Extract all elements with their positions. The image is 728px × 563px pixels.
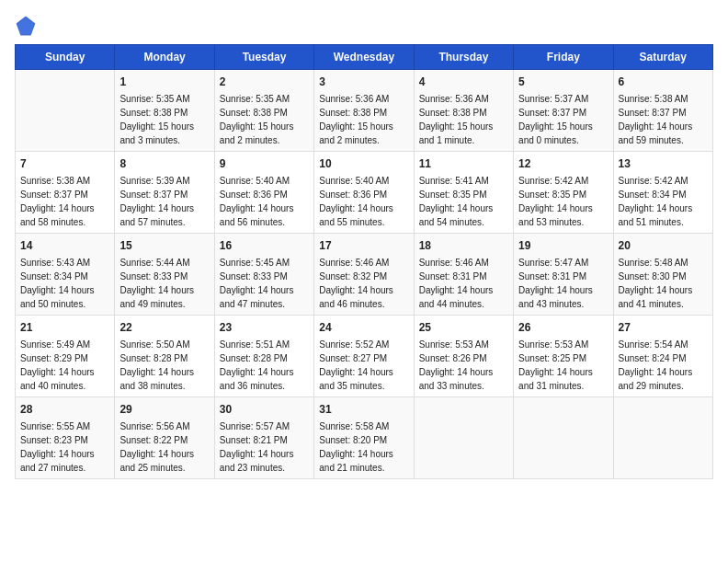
header-cell-friday: Friday [514, 45, 613, 70]
sunset-text: Sunset: 8:36 PM [220, 188, 309, 201]
day-cell: 15Sunrise: 5:44 AMSunset: 8:33 PMDayligh… [115, 234, 214, 316]
day-cell: 2Sunrise: 5:35 AMSunset: 8:38 PMDaylight… [214, 70, 313, 152]
day-number: 25 [419, 319, 508, 336]
daylight-text: Daylight: 14 hours and 59 minutes. [619, 120, 708, 147]
daylight-text: Daylight: 14 hours and 29 minutes. [619, 365, 708, 393]
day-number: 31 [319, 401, 408, 418]
sunset-text: Sunset: 8:37 PM [619, 106, 708, 120]
sunrise-text: Sunrise: 5:40 AM [220, 174, 309, 188]
day-number: 21 [20, 319, 109, 336]
daylight-text: Daylight: 14 hours and 54 minutes. [419, 201, 508, 229]
day-number: 14 [20, 237, 109, 254]
sunset-text: Sunset: 8:27 PM [319, 351, 408, 365]
day-number: 2 [220, 74, 309, 90]
daylight-text: Daylight: 14 hours and 43 minutes. [518, 283, 608, 311]
day-cell: 24Sunrise: 5:52 AMSunset: 8:27 PMDayligh… [314, 316, 414, 397]
day-cell: 4Sunrise: 5:36 AMSunset: 8:38 PMDaylight… [414, 70, 513, 152]
sunrise-text: Sunrise: 5:58 AM [319, 419, 408, 433]
sunset-text: Sunset: 8:25 PM [518, 351, 608, 365]
sunset-text: Sunset: 8:32 PM [319, 270, 408, 283]
sunrise-text: Sunrise: 5:42 AM [619, 174, 708, 188]
day-cell: 1Sunrise: 5:35 AMSunset: 8:38 PMDaylight… [115, 70, 214, 152]
daylight-text: Daylight: 14 hours and 46 minutes. [319, 283, 408, 311]
daylight-text: Daylight: 15 hours and 2 minutes. [319, 120, 408, 147]
daylight-text: Daylight: 15 hours and 2 minutes. [220, 120, 309, 147]
day-cell: 19Sunrise: 5:47 AMSunset: 8:31 PMDayligh… [514, 234, 613, 316]
daylight-text: Daylight: 14 hours and 51 minutes. [619, 201, 708, 229]
sunset-text: Sunset: 8:37 PM [119, 188, 209, 201]
header-cell-monday: Monday [115, 45, 214, 70]
daylight-text: Daylight: 14 hours and 49 minutes. [119, 283, 209, 311]
day-number: 27 [619, 319, 708, 336]
daylight-text: Daylight: 14 hours and 57 minutes. [119, 201, 209, 229]
day-number: 6 [619, 74, 708, 90]
calendar-body: 1Sunrise: 5:35 AMSunset: 8:38 PMDaylight… [16, 70, 713, 479]
day-cell: 28Sunrise: 5:55 AMSunset: 8:23 PMDayligh… [16, 397, 115, 479]
day-cell [16, 70, 115, 152]
sunset-text: Sunset: 8:38 PM [319, 106, 408, 120]
sunrise-text: Sunrise: 5:38 AM [619, 92, 708, 106]
sunset-text: Sunset: 8:35 PM [419, 188, 508, 201]
day-cell: 16Sunrise: 5:45 AMSunset: 8:33 PMDayligh… [214, 234, 313, 316]
sunrise-text: Sunrise: 5:44 AM [119, 256, 209, 270]
day-number: 16 [220, 237, 309, 254]
calendar-table: SundayMondayTuesdayWednesdayThursdayFrid… [15, 44, 713, 479]
daylight-text: Daylight: 14 hours and 21 minutes. [319, 447, 408, 475]
sunset-text: Sunset: 8:37 PM [20, 188, 109, 201]
sunrise-text: Sunrise: 5:40 AM [319, 174, 408, 188]
daylight-text: Daylight: 14 hours and 38 minutes. [119, 365, 209, 393]
sunset-text: Sunset: 8:30 PM [619, 270, 708, 283]
sunrise-text: Sunrise: 5:50 AM [119, 338, 209, 351]
daylight-text: Daylight: 14 hours and 23 minutes. [220, 447, 309, 475]
sunset-text: Sunset: 8:38 PM [220, 106, 309, 120]
sunrise-text: Sunrise: 5:51 AM [220, 338, 309, 351]
day-number: 23 [220, 319, 309, 336]
day-cell: 20Sunrise: 5:48 AMSunset: 8:30 PMDayligh… [613, 234, 712, 316]
day-number: 19 [518, 237, 608, 254]
sunset-text: Sunset: 8:28 PM [220, 351, 309, 365]
daylight-text: Daylight: 14 hours and 44 minutes. [419, 283, 508, 311]
daylight-text: Daylight: 14 hours and 41 minutes. [619, 283, 708, 311]
sunrise-text: Sunrise: 5:36 AM [319, 92, 408, 106]
day-cell: 9Sunrise: 5:40 AMSunset: 8:36 PMDaylight… [214, 152, 313, 234]
day-cell: 22Sunrise: 5:50 AMSunset: 8:28 PMDayligh… [115, 316, 214, 397]
daylight-text: Daylight: 14 hours and 47 minutes. [220, 283, 309, 311]
daylight-text: Daylight: 14 hours and 53 minutes. [518, 201, 608, 229]
sunset-text: Sunset: 8:29 PM [20, 351, 109, 365]
daylight-text: Daylight: 14 hours and 25 minutes. [119, 447, 209, 475]
daylight-text: Daylight: 14 hours and 40 minutes. [20, 365, 109, 393]
day-number: 9 [220, 155, 309, 172]
sunset-text: Sunset: 8:33 PM [119, 270, 209, 283]
daylight-text: Daylight: 14 hours and 27 minutes. [20, 447, 109, 475]
day-number: 12 [518, 155, 608, 172]
sunset-text: Sunset: 8:36 PM [319, 188, 408, 201]
daylight-text: Daylight: 14 hours and 31 minutes. [518, 365, 608, 393]
day-cell: 7Sunrise: 5:38 AMSunset: 8:37 PMDaylight… [16, 152, 115, 234]
day-number: 24 [319, 319, 408, 336]
day-cell: 18Sunrise: 5:46 AMSunset: 8:31 PMDayligh… [414, 234, 513, 316]
sunset-text: Sunset: 8:31 PM [518, 270, 608, 283]
day-number: 30 [220, 401, 309, 418]
day-cell: 21Sunrise: 5:49 AMSunset: 8:29 PMDayligh… [16, 316, 115, 397]
day-cell: 8Sunrise: 5:39 AMSunset: 8:37 PMDaylight… [115, 152, 214, 234]
week-row-3: 21Sunrise: 5:49 AMSunset: 8:29 PMDayligh… [16, 316, 713, 397]
logo [15, 15, 40, 37]
day-number: 29 [119, 401, 209, 418]
day-cell: 27Sunrise: 5:54 AMSunset: 8:24 PMDayligh… [613, 316, 712, 397]
sunrise-text: Sunrise: 5:57 AM [220, 419, 309, 433]
day-number: 28 [20, 401, 109, 418]
day-number: 5 [518, 74, 608, 90]
sunset-text: Sunset: 8:33 PM [220, 270, 309, 283]
sunset-text: Sunset: 8:34 PM [20, 270, 109, 283]
header-cell-wednesday: Wednesday [314, 45, 414, 70]
day-cell: 23Sunrise: 5:51 AMSunset: 8:28 PMDayligh… [214, 316, 313, 397]
sunrise-text: Sunrise: 5:41 AM [419, 174, 508, 188]
day-cell: 5Sunrise: 5:37 AMSunset: 8:37 PMDaylight… [514, 70, 613, 152]
day-number: 1 [119, 74, 209, 90]
sunrise-text: Sunrise: 5:43 AM [20, 256, 109, 270]
sunrise-text: Sunrise: 5:45 AM [220, 256, 309, 270]
logo-icon [15, 15, 37, 37]
day-number: 4 [419, 74, 508, 90]
day-cell: 11Sunrise: 5:41 AMSunset: 8:35 PMDayligh… [414, 152, 513, 234]
sunrise-text: Sunrise: 5:53 AM [419, 338, 508, 351]
